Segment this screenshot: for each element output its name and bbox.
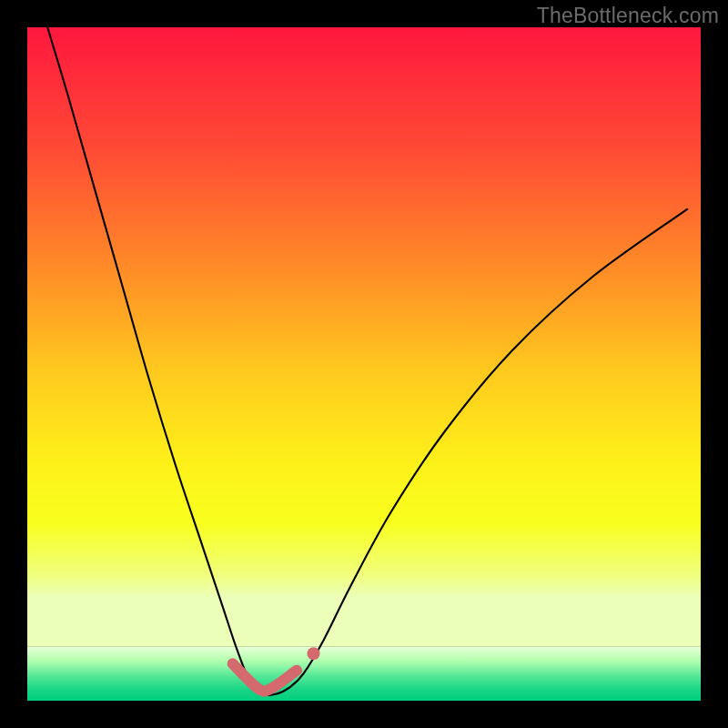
chart-stage: TheBottleneck.com <box>0 0 728 728</box>
watermark-text: TheBottleneck.com <box>537 4 719 28</box>
optimal-region-dot <box>308 647 320 660</box>
bottleneck-curve <box>47 27 687 695</box>
plot-area <box>27 27 701 701</box>
curve-layer <box>27 27 701 701</box>
optimal-region-marker <box>233 663 297 691</box>
